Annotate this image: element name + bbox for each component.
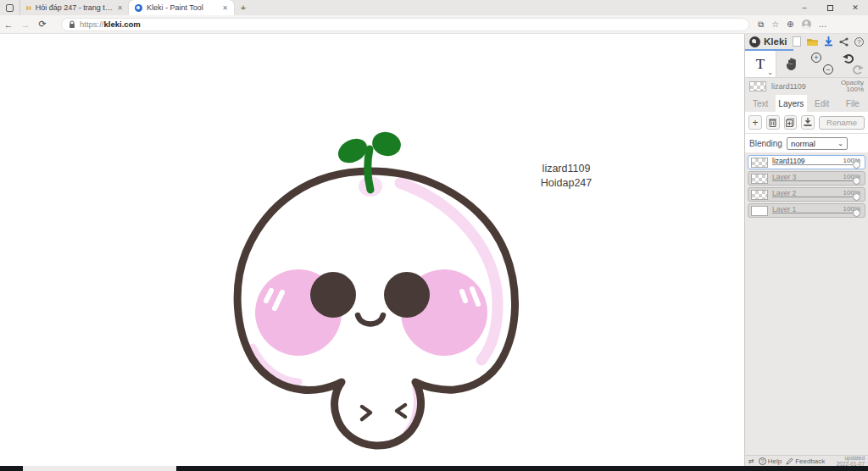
layer-row-lizard1109[interactable]: lizard1109 100% [748,155,865,169]
address-bar[interactable]: https://kleki.com [61,18,749,31]
back-button[interactable]: ← [0,19,17,30]
blending-label: Blending [749,139,782,148]
kleki-side-panel: Kleki ? [744,34,868,471]
browser-tab-hoidap[interactable]: H Hỏi đáp 247 - trang tra loi ✕ [20,0,129,15]
opacity-readout: Opacity 100% [841,80,864,94]
lock-icon [69,20,75,29]
add-layer-button[interactable]: + [748,115,762,130]
favorites-star-icon[interactable]: ☆ [771,20,779,29]
brand-name: Kleki [764,36,787,47]
tab-title: Hỏi đáp 247 - trang tra loi [36,3,114,12]
layer-opacity-slider[interactable] [772,164,854,165]
updated-date: updated 2022-01-07 [837,455,865,467]
slider-handle[interactable] [853,209,860,217]
text-tool-button[interactable]: T ⌄ [745,51,776,77]
more-menu-icon[interactable]: … [819,20,827,29]
forward-button[interactable]: → [17,19,34,30]
tab-actions-icon [6,4,14,12]
tab-close-icon[interactable]: ✕ [117,4,123,12]
zoom-out-icon[interactable]: − [823,64,833,75]
slider-handle[interactable] [853,177,860,185]
window-controls: – ✕ [792,0,868,15]
slider-handle[interactable] [853,161,860,169]
refresh-button[interactable]: ⟳ [34,19,51,30]
download-icon[interactable] [824,36,833,47]
url-text: https://kleki.com [80,19,141,29]
new-tab-button[interactable]: + [234,0,253,15]
new-image-icon[interactable] [793,36,801,47]
layer-row-2[interactable]: Layer 2 100% [748,187,865,202]
hand-tool-button[interactable] [776,51,807,77]
canvas-label: Hoidap247 [507,176,626,191]
browser-tab-kleki[interactable]: Kleki - Paint Tool ✕ [129,0,234,15]
rename-layer-button[interactable]: Rename [819,116,865,130]
help-icon[interactable]: ? [854,37,864,47]
layer-actions-row: + [745,112,868,134]
panel-footer: ⇄ ? Help Feedback updated 2022-01-07 [745,455,868,466]
layer-thumbnail [751,158,768,168]
tool-row: T ⌄ + − [745,51,868,78]
history-group [837,51,868,77]
tab-text[interactable]: Text [745,95,776,112]
tab-layers[interactable]: Layers [776,95,806,112]
layer-opacity-slider[interactable] [772,180,854,181]
kleki-logo [749,36,760,47]
kleki-browser-window: H Hỏi đáp 247 - trang tra loi ✕ Kleki - … [0,0,868,471]
layer-row-3[interactable]: Layer 3 100% [748,171,865,186]
maximize-icon [827,5,833,11]
taskbar-sliver[interactable] [0,466,868,471]
maximize-button[interactable] [817,0,843,15]
slider-handle[interactable] [853,193,860,201]
taskbar-highlight [23,466,176,471]
profile-avatar[interactable] [802,19,811,29]
left-eye [310,272,356,318]
merge-down-icon [804,118,812,127]
redo-icon[interactable] [853,64,864,75]
collections-icon[interactable]: ⊕ [787,20,793,29]
canvas-label: lizard1109 [507,162,626,176]
layer-row-1[interactable]: Layer 1 100% [748,203,865,218]
blending-select[interactable]: normal ⌄ [787,137,848,150]
current-layer-bar: lizard1109 Opacity 100% [745,78,868,95]
tab-file[interactable]: File [837,95,868,112]
drawing-canvas[interactable]: lizard1109 Hoidap247 [0,34,744,471]
merge-layer-button[interactable] [801,115,815,130]
chevron-down-icon: ⌄ [767,69,773,76]
tab-actions-button[interactable] [0,0,20,15]
layer-opacity-slider[interactable] [772,213,854,213]
feedback-link[interactable]: Feedback [786,457,825,465]
mushroom-character-drawing [203,125,542,457]
duplicate-layer-button[interactable] [784,115,798,130]
open-folder-icon[interactable] [807,37,818,47]
close-button[interactable]: ✕ [843,0,868,15]
kleki-favicon [135,4,142,12]
trash-icon [769,118,776,127]
toolbar-icons: ⧉ ☆ ⊕ … [758,19,827,29]
chevron-down-icon: ⌄ [837,140,843,147]
layer-thumbnail [751,206,768,216]
layer-thumbnail [751,174,768,184]
zoom-in-icon[interactable]: + [811,53,821,63]
hand-icon [786,57,798,71]
help-link[interactable]: ? Help [759,457,782,465]
hoidap-favicon: H [26,4,31,12]
zoom-tool-group: + − [807,51,837,77]
panel-header: Kleki ? [745,34,868,49]
share-icon[interactable] [839,37,849,47]
tab-close-icon[interactable]: ✕ [222,4,228,12]
delete-layer-button[interactable] [766,115,780,130]
tab-edit[interactable]: Edit [807,95,837,112]
swap-colors-icon[interactable]: ⇄ [748,457,754,465]
layer-thumbnail [751,190,768,200]
layer-list: lizard1109 100% Layer 3 100% Layer 2 100… [745,152,868,218]
feedback-icon [786,457,793,465]
tab-title: Kleki - Paint Tool [147,3,218,12]
transparency-swatch [749,81,766,91]
undo-icon[interactable] [843,53,854,64]
duplicate-icon [786,118,795,127]
layer-opacity-slider[interactable] [772,197,854,197]
current-layer-name: lizard1109 [771,82,836,91]
blending-row: Blending normal ⌄ [745,134,868,152]
minimize-button[interactable]: – [792,0,817,15]
split-screen-icon[interactable]: ⧉ [758,20,764,29]
